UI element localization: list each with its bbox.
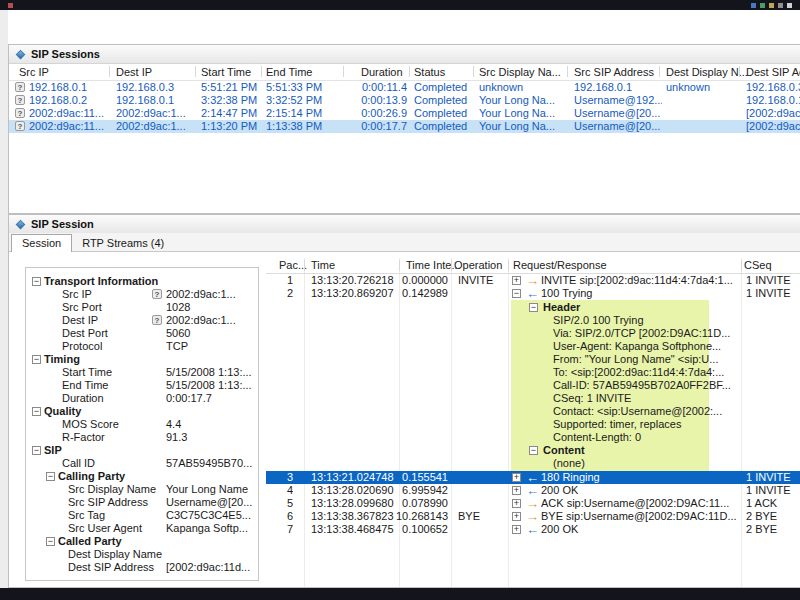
tree-section-row[interactable]: −Calling Party: [26, 470, 258, 483]
tree-section-row[interactable]: −Timing: [26, 353, 258, 366]
tree-item-row[interactable]: Dest IP?2002:d9ac:1...: [26, 314, 258, 327]
detail-line[interactable]: User-Agent: Kapanga Softphone...: [511, 340, 709, 353]
cell-src-display: Your Long Na...: [479, 120, 571, 133]
detail-content-row[interactable]: −Content: [511, 444, 709, 457]
collapse-icon[interactable]: −: [32, 407, 41, 416]
tree-item-label: Dest Display Name: [68, 548, 162, 561]
column-header-0[interactable]: Src IP: [19, 66, 49, 78]
tree-item-row[interactable]: Dest Port5060: [26, 327, 258, 340]
column-header-2[interactable]: Start Time: [201, 66, 251, 78]
column-header-3[interactable]: End Time: [266, 66, 312, 78]
tab-session[interactable]: Session: [11, 234, 72, 252]
tree-item-row[interactable]: Src IP?2002:d9ac:1...: [26, 288, 258, 301]
cell-packet-no: 2: [266, 287, 293, 300]
detail-line[interactable]: From: "Your Long Name" <sip:U...: [511, 353, 709, 366]
expander-icon[interactable]: +: [512, 512, 521, 521]
cell-request-response: BYE sip:Username@[2002:D9AC:11D...: [541, 510, 739, 523]
expander-icon[interactable]: −: [512, 289, 521, 298]
message-detail-pane: −HeaderSIP/2.0 100 TryingVia: SIP/2.0/TC…: [511, 300, 709, 471]
column-header-1[interactable]: Dest IP: [116, 66, 152, 78]
cell-time: 13:13:28.099680: [311, 497, 394, 510]
tree-item-row[interactable]: Src User AgentKapanga Softp...: [26, 522, 258, 535]
detail-line[interactable]: SIP/2.0 100 Trying: [511, 314, 709, 327]
detail-line[interactable]: Call-ID: 57AB59495B702A0FF2BF...: [511, 379, 709, 392]
column-grid-line: [304, 258, 305, 588]
cell-interval: 0.142989: [396, 287, 448, 300]
expander-icon[interactable]: +: [512, 486, 521, 495]
column-separator-line: [304, 260, 305, 271]
detail-line-text: Content-Length: 0: [553, 431, 641, 444]
tree-section-row[interactable]: −SIP: [26, 444, 258, 457]
tree-item-row[interactable]: Dest SIP Address[2002:d9ac:11d...: [26, 561, 258, 574]
cell-time: 13:13:20.726218: [311, 274, 394, 287]
expander-icon[interactable]: +: [512, 473, 521, 482]
tab-rtp-streams[interactable]: RTP Streams (4): [72, 235, 174, 251]
tree-item-row[interactable]: Src Port1028: [26, 301, 258, 314]
column-header-1[interactable]: Time: [311, 259, 335, 271]
cell-dest-ip: 2002:d9ac:1...: [116, 120, 198, 133]
session-row[interactable]: ?192.168.0.1192.168.0.35:51:21 PM5:51:33…: [9, 81, 800, 94]
tree-item-value: 5/15/2008 1:13:...: [166, 379, 252, 392]
column-header-9[interactable]: Dest SIP Add...: [746, 66, 800, 78]
tree-item-row[interactable]: ProtocolTCP: [26, 340, 258, 353]
tree-item-row[interactable]: Duration0:00:17.7: [26, 392, 258, 405]
tree-section-row[interactable]: −Transport Information: [26, 275, 258, 288]
column-header-7[interactable]: Src SIP Address: [574, 66, 654, 78]
detail-line[interactable]: (none): [511, 457, 709, 470]
detail-line[interactable]: Supported: timer, replaces: [511, 418, 709, 431]
sip-session-panel-header[interactable]: SIP Session: [9, 215, 800, 234]
tree-item-row[interactable]: End Time5/15/2008 1:13:...: [26, 379, 258, 392]
tree-item-row[interactable]: Dest Display Name: [26, 548, 258, 561]
message-row[interactable]: 713:13:38.4684750.100652+←200 OK2 BYE: [266, 523, 800, 536]
cell-end-time: 5:51:33 PM: [266, 81, 336, 94]
detail-header-row[interactable]: −Header: [511, 301, 709, 314]
tree-item-row[interactable]: R-Factor91.3: [26, 431, 258, 444]
expander-icon[interactable]: +: [512, 525, 521, 534]
cell-src-sip: Username@[20...: [574, 120, 662, 133]
column-header-6[interactable]: Src Display Na...: [479, 66, 561, 78]
column-header-5[interactable]: Status: [414, 66, 445, 78]
cell-src-sip: Username@192...: [574, 94, 662, 107]
column-header-4[interactable]: Request/Response: [513, 259, 607, 271]
collapse-icon[interactable]: −: [46, 472, 55, 481]
column-header-2[interactable]: Time Inte...: [406, 259, 461, 271]
column-header-5[interactable]: CSeq: [744, 259, 772, 271]
session-row[interactable]: ?2002:d9ac:11...2002:d9ac:1...1:13:20 PM…: [9, 120, 800, 133]
session-row[interactable]: ?2002:d9ac:11...2002:d9ac:1...2:14:47 PM…: [9, 107, 800, 120]
column-header-3[interactable]: Operation: [454, 259, 502, 271]
collapse-icon[interactable]: −: [32, 277, 41, 286]
session-row[interactable]: ?192.168.0.2192.168.0.13:32:38 PM3:32:52…: [9, 94, 800, 107]
column-header-0[interactable]: Pac...: [279, 259, 307, 271]
collapse-icon[interactable]: −: [46, 537, 55, 546]
sip-sessions-panel: SIP Sessions Src IPDest IPStart TimeEnd …: [8, 44, 800, 214]
collapse-icon[interactable]: −: [529, 303, 538, 312]
collapse-icon[interactable]: −: [32, 355, 41, 364]
tree-item-value: 1028: [166, 301, 190, 314]
sip-sessions-panel-header[interactable]: SIP Sessions: [9, 45, 800, 64]
detail-line[interactable]: Contact: <sip:Username@[2002:...: [511, 405, 709, 418]
tree-section-row[interactable]: −Quality: [26, 405, 258, 418]
tree-item-row[interactable]: Start Time5/15/2008 1:13:...: [26, 366, 258, 379]
detail-line[interactable]: Via: SIP/2.0/TCP [2002:D9AC:11D...: [511, 327, 709, 340]
tree-item-row[interactable]: Call ID57AB59495B70...: [26, 457, 258, 470]
cell-dest-display: unknown: [666, 81, 742, 94]
column-header-8[interactable]: Dest Display N...: [666, 66, 748, 78]
tree-section-label: SIP: [44, 444, 62, 457]
cell-duration: 0:00:13.9: [339, 94, 407, 107]
tree-item-row[interactable]: Src TagC3C75C3C4E5...: [26, 509, 258, 522]
detail-line[interactable]: CSeq: 1 INVITE: [511, 392, 709, 405]
expander-icon[interactable]: +: [512, 499, 521, 508]
collapse-icon[interactable]: −: [32, 446, 41, 455]
message-row[interactable]: 213:13:20.8692070.142989−←100 Trying1 IN…: [266, 287, 800, 300]
tree-item-row[interactable]: MOS Score4.4: [26, 418, 258, 431]
expander-icon[interactable]: +: [512, 276, 521, 285]
tree-section-row[interactable]: −Called Party: [26, 535, 258, 548]
detail-line[interactable]: To: <sip:[2002:d9ac:11d4:4:7da4:...: [511, 366, 709, 379]
column-header-4[interactable]: Duration: [361, 66, 403, 78]
detail-line[interactable]: Content-Length: 0: [511, 431, 709, 444]
column-separator-line: [261, 66, 262, 77]
collapse-icon[interactable]: −: [529, 446, 538, 455]
tree-item-row[interactable]: Src Display NameYour Long Name: [26, 483, 258, 496]
tree-item-row[interactable]: Src SIP AddressUsername@[20...: [26, 496, 258, 509]
column-separator-line: [409, 66, 410, 77]
